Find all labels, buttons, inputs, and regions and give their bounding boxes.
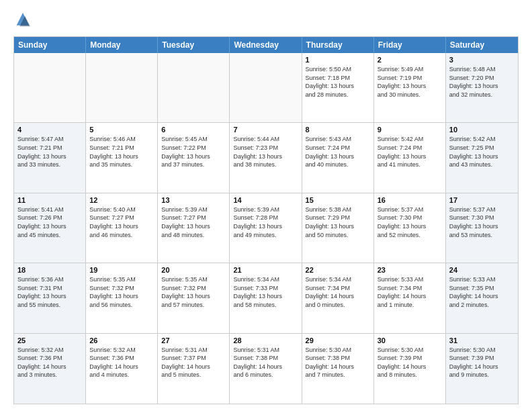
day-cell-15: 15Sunrise: 5:38 AM Sunset: 7:29 PM Dayli…: [302, 193, 374, 263]
day-cell-8: 8Sunrise: 5:43 AM Sunset: 7:24 PM Daylig…: [302, 123, 374, 192]
cell-info: Sunrise: 5:42 AM Sunset: 7:25 PM Dayligh…: [449, 135, 515, 169]
cell-info: Sunrise: 5:50 AM Sunset: 7:18 PM Dayligh…: [306, 65, 370, 99]
day-number: 7: [233, 126, 298, 134]
cell-info: Sunrise: 5:30 AM Sunset: 7:39 PM Dayligh…: [449, 346, 515, 379]
day-cell-25: 25Sunrise: 5:32 AM Sunset: 7:36 PM Dayli…: [14, 334, 86, 404]
cell-info: Sunrise: 5:42 AM Sunset: 7:24 PM Dayligh…: [378, 135, 442, 169]
day-number: 26: [89, 336, 154, 345]
day-number: 23: [378, 266, 442, 274]
day-cell-11: 11Sunrise: 5:41 AM Sunset: 7:26 PM Dayli…: [14, 193, 86, 263]
day-cell-23: 23Sunrise: 5:33 AM Sunset: 7:34 PM Dayli…: [374, 263, 446, 332]
day-cell-2: 2Sunrise: 5:49 AM Sunset: 7:19 PM Daylig…: [374, 53, 446, 122]
day-cell-4: 4Sunrise: 5:47 AM Sunset: 7:21 PM Daylig…: [14, 123, 86, 192]
day-number: 12: [89, 196, 154, 204]
day-cell-6: 6Sunrise: 5:45 AM Sunset: 7:22 PM Daylig…: [158, 123, 230, 192]
cell-info: Sunrise: 5:30 AM Sunset: 7:39 PM Dayligh…: [378, 346, 442, 379]
day-cell-18: 18Sunrise: 5:36 AM Sunset: 7:31 PM Dayli…: [14, 263, 86, 332]
day-cell-29: 29Sunrise: 5:30 AM Sunset: 7:38 PM Dayli…: [302, 334, 374, 404]
day-cell-19: 19Sunrise: 5:35 AM Sunset: 7:32 PM Dayli…: [86, 263, 158, 332]
day-cell-7: 7Sunrise: 5:44 AM Sunset: 7:23 PM Daylig…: [230, 123, 302, 192]
day-number: 1: [306, 56, 370, 64]
day-cell-16: 16Sunrise: 5:37 AM Sunset: 7:30 PM Dayli…: [374, 193, 446, 263]
empty-cell: [86, 53, 158, 122]
calendar-row-1: 4Sunrise: 5:47 AM Sunset: 7:21 PM Daylig…: [14, 123, 518, 193]
page: SundayMondayTuesdayWednesdayThursdayFrid…: [0, 0, 532, 411]
day-cell-1: 1Sunrise: 5:50 AM Sunset: 7:18 PM Daylig…: [302, 53, 374, 122]
day-number: 4: [17, 126, 82, 134]
day-number: 3: [449, 56, 515, 64]
day-number: 15: [306, 196, 370, 204]
day-number: 25: [17, 336, 82, 345]
day-number: 11: [17, 196, 82, 204]
cell-info: Sunrise: 5:32 AM Sunset: 7:36 PM Dayligh…: [17, 346, 82, 379]
day-cell-13: 13Sunrise: 5:39 AM Sunset: 7:27 PM Dayli…: [158, 193, 230, 263]
cell-info: Sunrise: 5:36 AM Sunset: 7:31 PM Dayligh…: [17, 275, 82, 309]
cell-info: Sunrise: 5:47 AM Sunset: 7:21 PM Dayligh…: [17, 135, 82, 169]
weekday-header-monday: Monday: [86, 37, 158, 53]
calendar-row-3: 18Sunrise: 5:36 AM Sunset: 7:31 PM Dayli…: [14, 263, 518, 333]
cell-info: Sunrise: 5:39 AM Sunset: 7:28 PM Dayligh…: [233, 205, 298, 239]
header: [13, 11, 519, 30]
logo-icon: [13, 11, 32, 30]
cell-info: Sunrise: 5:37 AM Sunset: 7:30 PM Dayligh…: [378, 205, 442, 239]
cell-info: Sunrise: 5:39 AM Sunset: 7:27 PM Dayligh…: [161, 205, 226, 239]
day-cell-30: 30Sunrise: 5:30 AM Sunset: 7:39 PM Dayli…: [374, 334, 446, 404]
cell-info: Sunrise: 5:40 AM Sunset: 7:27 PM Dayligh…: [89, 205, 154, 239]
cell-info: Sunrise: 5:33 AM Sunset: 7:35 PM Dayligh…: [449, 275, 515, 309]
day-number: 27: [161, 336, 226, 345]
empty-cell: [230, 53, 302, 122]
day-number: 9: [378, 126, 442, 134]
cell-info: Sunrise: 5:34 AM Sunset: 7:33 PM Dayligh…: [233, 275, 298, 309]
cell-info: Sunrise: 5:35 AM Sunset: 7:32 PM Dayligh…: [161, 275, 226, 309]
day-number: 8: [306, 126, 370, 134]
day-cell-12: 12Sunrise: 5:40 AM Sunset: 7:27 PM Dayli…: [86, 193, 158, 263]
weekday-header-tuesday: Tuesday: [158, 37, 230, 53]
day-number: 29: [306, 336, 370, 345]
day-cell-27: 27Sunrise: 5:31 AM Sunset: 7:37 PM Dayli…: [158, 334, 230, 404]
calendar-row-4: 25Sunrise: 5:32 AM Sunset: 7:36 PM Dayli…: [14, 334, 518, 404]
calendar-header: SundayMondayTuesdayWednesdayThursdayFrid…: [14, 37, 518, 53]
day-cell-17: 17Sunrise: 5:37 AM Sunset: 7:30 PM Dayli…: [446, 193, 518, 263]
cell-info: Sunrise: 5:35 AM Sunset: 7:32 PM Dayligh…: [89, 275, 154, 309]
day-number: 16: [378, 196, 442, 204]
cell-info: Sunrise: 5:34 AM Sunset: 7:34 PM Dayligh…: [306, 275, 370, 309]
day-cell-3: 3Sunrise: 5:48 AM Sunset: 7:20 PM Daylig…: [446, 53, 518, 122]
cell-info: Sunrise: 5:44 AM Sunset: 7:23 PM Dayligh…: [233, 135, 298, 169]
empty-cell: [158, 53, 230, 122]
weekday-header-wednesday: Wednesday: [230, 37, 302, 53]
cell-info: Sunrise: 5:48 AM Sunset: 7:20 PM Dayligh…: [449, 65, 515, 99]
day-number: 22: [306, 266, 370, 274]
cell-info: Sunrise: 5:46 AM Sunset: 7:21 PM Dayligh…: [89, 135, 154, 169]
day-number: 17: [449, 196, 515, 204]
cell-info: Sunrise: 5:38 AM Sunset: 7:29 PM Dayligh…: [306, 205, 370, 239]
day-cell-28: 28Sunrise: 5:31 AM Sunset: 7:38 PM Dayli…: [230, 334, 302, 404]
cell-info: Sunrise: 5:31 AM Sunset: 7:37 PM Dayligh…: [161, 346, 226, 379]
day-number: 24: [449, 266, 515, 274]
day-number: 28: [233, 336, 298, 345]
day-cell-9: 9Sunrise: 5:42 AM Sunset: 7:24 PM Daylig…: [374, 123, 446, 192]
day-number: 10: [449, 126, 515, 134]
cell-info: Sunrise: 5:41 AM Sunset: 7:26 PM Dayligh…: [17, 205, 82, 239]
day-cell-5: 5Sunrise: 5:46 AM Sunset: 7:21 PM Daylig…: [86, 123, 158, 192]
weekday-header-friday: Friday: [374, 37, 446, 53]
empty-cell: [14, 53, 86, 122]
cell-info: Sunrise: 5:43 AM Sunset: 7:24 PM Dayligh…: [306, 135, 370, 169]
cell-info: Sunrise: 5:32 AM Sunset: 7:36 PM Dayligh…: [89, 346, 154, 379]
cell-info: Sunrise: 5:33 AM Sunset: 7:34 PM Dayligh…: [378, 275, 442, 309]
calendar-row-0: 1Sunrise: 5:50 AM Sunset: 7:18 PM Daylig…: [14, 53, 518, 123]
weekday-header-saturday: Saturday: [446, 37, 518, 53]
cell-info: Sunrise: 5:49 AM Sunset: 7:19 PM Dayligh…: [378, 65, 442, 99]
logo: [13, 11, 35, 30]
calendar-row-2: 11Sunrise: 5:41 AM Sunset: 7:26 PM Dayli…: [14, 193, 518, 263]
day-cell-22: 22Sunrise: 5:34 AM Sunset: 7:34 PM Dayli…: [302, 263, 374, 332]
day-cell-14: 14Sunrise: 5:39 AM Sunset: 7:28 PM Dayli…: [230, 193, 302, 263]
day-number: 20: [161, 266, 226, 274]
day-cell-10: 10Sunrise: 5:42 AM Sunset: 7:25 PM Dayli…: [446, 123, 518, 192]
day-cell-26: 26Sunrise: 5:32 AM Sunset: 7:36 PM Dayli…: [86, 334, 158, 404]
cell-info: Sunrise: 5:31 AM Sunset: 7:38 PM Dayligh…: [233, 346, 298, 379]
cell-info: Sunrise: 5:30 AM Sunset: 7:38 PM Dayligh…: [306, 346, 370, 379]
day-number: 13: [161, 196, 226, 204]
day-cell-21: 21Sunrise: 5:34 AM Sunset: 7:33 PM Dayli…: [230, 263, 302, 332]
day-number: 18: [17, 266, 82, 274]
day-cell-20: 20Sunrise: 5:35 AM Sunset: 7:32 PM Dayli…: [158, 263, 230, 332]
